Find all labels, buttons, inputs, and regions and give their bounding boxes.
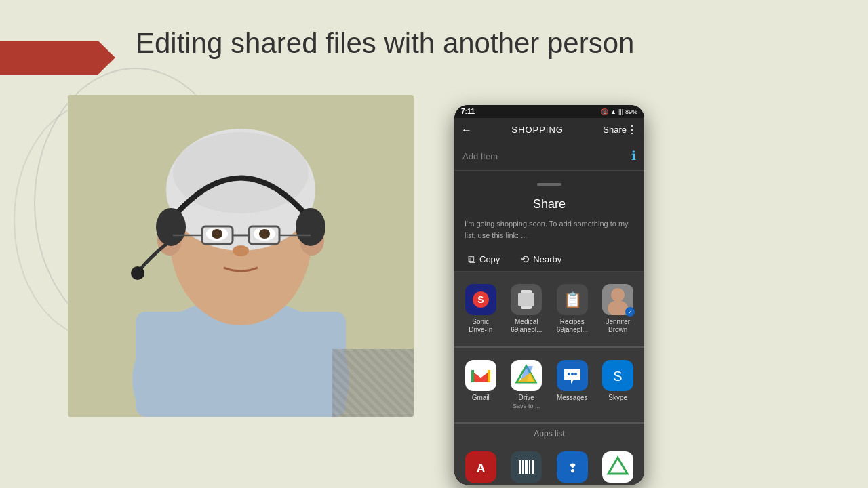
svg-point-32 [611,288,625,302]
add-item-icon[interactable]: ℹ [631,148,636,163]
svg-rect-54 [532,460,534,474]
nearby-icon: ⟲ [520,253,529,266]
share-button[interactable]: Share [603,125,627,135]
share-sheet: Share I'm going shopping soon. To add so… [454,171,644,485]
svg-point-12 [131,266,144,280]
svg-rect-28 [518,293,534,306]
app-item-recipes[interactable]: 📋 Recipes69janepl... [549,279,595,340]
recent-contacts-grid: S SonicDrive-In Medical69janepl... [454,272,644,347]
svg-text:📋: 📋 [563,291,582,309]
svg-point-22 [233,245,249,256]
svg-text:❢: ❢ [567,462,577,475]
drive2-icon [602,451,633,483]
gmail-label: Gmail [472,394,490,402]
gmail-icon [465,360,496,391]
app-item-skype[interactable]: S Skype [595,354,642,415]
bottom-app-barcode[interactable]: Barcode... [504,447,550,485]
svg-point-7 [173,132,309,214]
sonic-icon: S [465,284,496,315]
svg-rect-35 [471,370,474,382]
barcode-icon [511,451,542,483]
share-description: I'm going shopping soon. To add somethin… [454,215,644,247]
back-button[interactable]: ← [461,124,472,136]
svg-rect-52 [525,460,528,474]
bottom-app-adobe[interactable]: A Adobe A... [458,447,504,485]
app-bar: ← SHOPPING Share ⋮ [454,118,644,142]
nearby-button[interactable]: ⟲ Nearby [520,253,561,266]
signal-icon: ||| [618,108,623,115]
svg-text:S: S [614,369,623,384]
notification-icon: 📵 [601,108,608,115]
add-item-row: Add Item ℹ [454,142,644,171]
app-item-gmail[interactable]: Gmail [458,354,504,415]
handle-bar [537,183,561,186]
bluetooth-icon: ❢ [557,451,588,483]
battery-text: 89% [625,108,637,115]
status-bar: 7:11 📵 ▲ ||| 89% [454,105,644,118]
jennifer-icon: ✓ [602,284,633,315]
messages-label: Messages [557,394,588,402]
app-item-medical[interactable]: Medical69janepl... [504,279,550,340]
bg-arrow-decoration [0,41,115,75]
svg-point-42 [568,373,570,375]
svg-rect-51 [522,460,524,474]
medical-icon [511,284,542,315]
copy-icon: ⧉ [468,253,475,266]
app-item-sonic[interactable]: S SonicDrive-In [458,279,504,340]
svg-rect-36 [488,370,490,382]
messages-icon [557,360,588,391]
recipes-icon: 📋 [557,284,588,315]
drive-icon [511,360,542,391]
app-item-messages[interactable]: Messages [549,354,595,415]
copy-label: Copy [479,254,500,264]
svg-point-43 [571,373,574,375]
person-video [68,95,414,417]
adobe-icon: A [465,451,496,483]
nearby-label: Nearby [533,254,561,264]
apps-list-section: Apps list A Adobe A... [454,423,644,485]
status-time: 7:11 [461,108,475,115]
sonic-label: SonicDrive-In [469,318,492,334]
medical-label: Medical69janepl... [511,318,542,334]
copy-button[interactable]: ⧉ Copy [468,253,500,266]
skype-icon: S [602,360,633,391]
drive-label: DriveSave to ... [513,394,540,410]
webcam-feed [68,95,414,417]
apps-grid-2: Gmail DriveSave to ... [454,347,644,423]
status-icons: 📵 ▲ ||| 89% [601,108,637,115]
pixelated-corner [332,349,414,417]
svg-rect-53 [529,460,530,474]
action-row: ⧉ Copy ⟲ Nearby [454,247,644,272]
skype-label: Skype [608,394,627,402]
bottom-app-drive[interactable]: Drive [595,447,642,485]
svg-point-10 [156,208,186,246]
svg-rect-50 [519,460,521,474]
phone-mockup: 7:11 📵 ▲ ||| 89% ← SHOPPING Share ⋮ Add … [454,105,644,485]
bottom-apps-grid: A Adobe A... [454,444,644,485]
bottom-app-bluetooth[interactable]: ❢ Bluetooth [549,447,595,485]
svg-point-16 [259,229,270,239]
svg-rect-3 [136,312,346,417]
add-item-placeholder: Add Item [462,151,498,161]
page-title: Editing shared files with another person [136,27,841,60]
svg-text:S: S [477,294,484,305]
app-item-drive[interactable]: DriveSave to ... [504,354,550,415]
svg-point-44 [574,373,577,375]
svg-point-15 [212,229,222,239]
jennifer-label: JenniferBrown [606,318,630,334]
recipes-label: Recipes69janepl... [557,318,588,334]
svg-text:A: A [476,462,485,475]
share-handle [454,171,644,194]
apps-list-header: Apps list [454,423,644,444]
app-item-jennifer[interactable]: ✓ JenniferBrown [595,279,642,340]
wifi-icon: ▲ [610,108,616,115]
share-title: Share [454,194,644,215]
app-bar-title: SHOPPING [472,125,603,135]
svg-point-11 [296,208,326,246]
menu-dots-button[interactable]: ⋮ [627,123,637,136]
